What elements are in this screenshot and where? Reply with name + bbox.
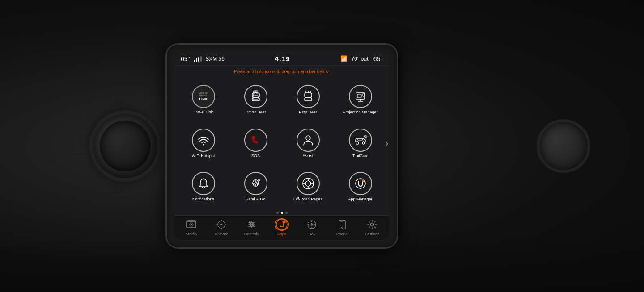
media-icon-wrap <box>184 218 199 231</box>
assist-icon <box>297 129 320 152</box>
app-item-wifi-hotspot[interactable]: WiFi Hotspot <box>178 122 229 164</box>
notifications-icon <box>192 172 215 195</box>
bottom-nav-climate[interactable]: Climate <box>210 218 233 236</box>
projection-label: Projection Manager <box>343 110 377 115</box>
app-item-psgr-heat[interactable]: Psgr Heat <box>283 79 333 121</box>
app-item-assist[interactable]: Assist <box>283 122 333 164</box>
nav-label: Nav <box>308 232 315 236</box>
app-item-send-go[interactable]: Send & Go <box>230 166 281 208</box>
climate-icon <box>216 220 226 229</box>
nav-icon <box>307 220 317 229</box>
bottom-nav-nav[interactable]: Nav <box>300 218 323 236</box>
seat-heat-driver-svg <box>249 89 263 104</box>
svg-point-7 <box>203 144 204 145</box>
svg-point-35 <box>371 223 374 226</box>
nav-icon-wrap <box>305 218 319 231</box>
svg-point-17 <box>305 181 311 186</box>
phone-icon-wrap <box>335 218 349 231</box>
psgr-heat-label: Psgr Heat <box>299 110 317 115</box>
app-mgr-icon: U <box>349 172 372 195</box>
svg-point-34 <box>341 227 343 229</box>
svg-rect-6 <box>363 93 364 96</box>
climate-label: Climate <box>215 232 229 236</box>
bottom-nav-controls[interactable]: Controls <box>240 218 263 236</box>
apps-grid-area: Sirius XMTRAVEL LINK Travel Link <box>174 76 389 210</box>
settings-icon-wrap <box>365 218 379 231</box>
svg-text:U: U <box>362 180 364 183</box>
svg-point-23 <box>191 224 192 225</box>
apps-icon <box>276 219 288 230</box>
svg-point-8 <box>306 136 310 140</box>
right-vent <box>537 119 590 173</box>
signal-icon <box>194 56 202 62</box>
svg-rect-5 <box>357 94 361 98</box>
chevron-right-icon[interactable]: › <box>386 139 388 148</box>
driver-heat-icon <box>244 85 267 108</box>
assist-label: Assist <box>302 154 313 159</box>
send-go-label: Send & Go <box>246 197 265 202</box>
radio-label: SXM 56 <box>205 56 225 62</box>
controls-label: Controls <box>244 232 259 236</box>
app-item-driver-heat[interactable]: Driver Heat <box>230 79 281 121</box>
controls-icon-wrap <box>245 218 259 231</box>
app-item-trailcam[interactable]: TrailCam <box>335 122 386 164</box>
svg-point-29 <box>276 219 287 230</box>
temp-left: 65° <box>181 55 190 63</box>
wifi-hotspot-icon <box>192 129 215 152</box>
bottom-nav-bar: Media Climate <box>174 215 389 240</box>
instruction-text: Press and hold icons to drag to menu bar… <box>234 69 330 74</box>
apps-label: Apps <box>277 232 287 236</box>
svg-point-15 <box>255 182 257 184</box>
phone-label: Phone <box>336 232 348 236</box>
bell-svg <box>197 177 210 190</box>
app-mgr-label: App Manager <box>348 197 372 202</box>
instruction-bar: Press and hold icons to drag to menu bar… <box>174 66 389 76</box>
temp-out: 70° out. <box>351 56 370 62</box>
dashboard: 65° SXM 56 4:19 📶 70° out. 65° <box>0 0 644 292</box>
psgr-heat-icon <box>297 85 320 108</box>
nav-dot-1 <box>276 212 279 214</box>
app-item-travel-link[interactable]: Sirius XMTRAVEL LINK Travel Link <box>178 79 229 121</box>
app-item-notifications[interactable]: Notifications <box>178 166 229 208</box>
bottom-nav-apps[interactable]: Apps <box>270 218 293 236</box>
driver-heat-label: Driver Heat <box>246 110 266 115</box>
bottom-nav-media[interactable]: Media <box>180 218 203 236</box>
media-label: Media <box>186 232 197 236</box>
app-item-app-manager[interactable]: U App Manager <box>335 166 386 208</box>
media-icon <box>186 220 196 229</box>
temp-right: 65° <box>373 55 383 63</box>
svg-rect-3 <box>305 98 312 101</box>
screen: 65° SXM 56 4:19 📶 70° out. 65° <box>174 52 389 240</box>
send-go-icon <box>244 172 267 195</box>
clock: 4:19 <box>275 55 290 63</box>
status-bar: 65° SXM 56 4:19 📶 70° out. 65° <box>174 52 389 66</box>
nav-dot-3 <box>285 212 288 214</box>
status-left: 65° SXM 56 <box>181 55 225 63</box>
notifications-label: Notifications <box>192 197 214 202</box>
left-vent <box>89 110 161 182</box>
app-mgr-svg: U <box>354 177 367 190</box>
travel-link-icon: Sirius XMTRAVEL LINK <box>192 85 215 108</box>
svg-point-25 <box>220 224 222 225</box>
tire-svg <box>301 176 315 191</box>
app-item-projection-manager[interactable]: Projection Manager <box>335 79 386 121</box>
bottom-nav-phone[interactable]: Phone <box>330 218 354 236</box>
nav-dot-2 <box>281 212 283 214</box>
settings-label: Settings <box>365 232 380 236</box>
apps-icon-wrap <box>275 218 289 231</box>
svg-point-12 <box>364 136 366 137</box>
sos-icon-circle <box>244 129 267 152</box>
svg-point-30 <box>282 221 285 224</box>
bottom-nav-settings[interactable]: Settings <box>360 218 384 236</box>
sos-label: SOS <box>251 154 260 159</box>
trailcam-icon <box>349 129 372 152</box>
svg-rect-2 <box>305 93 312 97</box>
app-item-offroad-pages[interactable]: Off-Road Pages <box>283 166 333 208</box>
screen-bezel: 65° SXM 56 4:19 📶 70° out. 65° <box>165 43 398 249</box>
app-item-sos[interactable]: SOS <box>230 122 281 164</box>
projection-svg <box>353 89 368 104</box>
climate-icon-wrap <box>214 218 229 231</box>
trailcam-svg <box>353 134 368 146</box>
projection-icon <box>349 85 372 108</box>
nav-dots <box>174 210 389 215</box>
